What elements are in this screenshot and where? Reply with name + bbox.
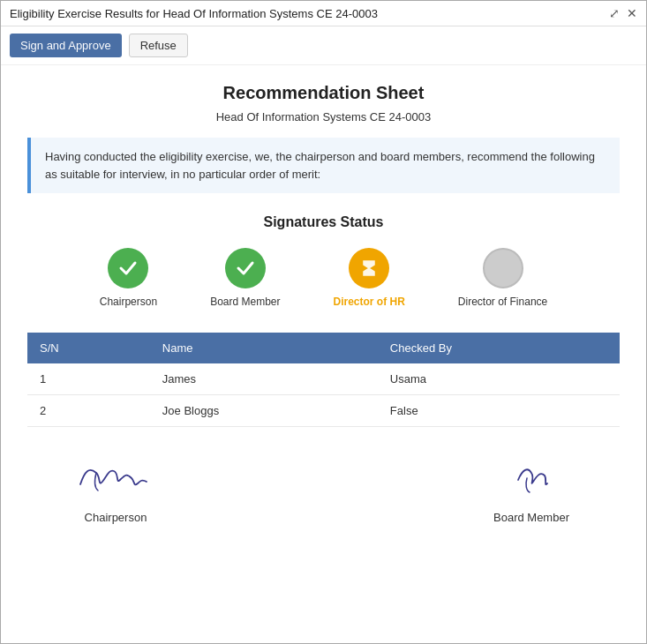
checkmark-icon bbox=[236, 258, 255, 278]
cell-sn: 2 bbox=[27, 395, 150, 427]
info-text: Having conducted the eligibility exercis… bbox=[45, 150, 595, 181]
cell-checked-by: Usama bbox=[378, 363, 620, 395]
cell-name: James bbox=[150, 363, 378, 395]
close-icon[interactable]: ✕ bbox=[627, 6, 637, 20]
sig-label-director-hr: Director of HR bbox=[334, 296, 405, 308]
table-body: 1 James Usama 2 Joe Bloggs False bbox=[27, 363, 620, 427]
board-member-signature-svg bbox=[478, 453, 584, 502]
col-sn: S/N bbox=[27, 333, 150, 363]
sig-label-board-member: Board Member bbox=[210, 296, 280, 308]
cell-sn: 1 bbox=[27, 363, 150, 395]
col-name: Name bbox=[150, 333, 378, 363]
main-content: Recommendation Sheet Head Of Information… bbox=[1, 65, 646, 542]
cell-checked-by: False bbox=[378, 395, 620, 427]
sig-circle-director-finance bbox=[483, 248, 523, 288]
board-member-label: Board Member bbox=[493, 511, 569, 524]
table-row: 1 James Usama bbox=[27, 363, 620, 395]
sig-item-chairperson: Chairperson bbox=[100, 248, 157, 308]
refuse-button[interactable]: Refuse bbox=[129, 34, 188, 57]
page-subtitle: Head Of Information Systems CE 24-0003 bbox=[27, 110, 620, 124]
chairperson-signature-svg bbox=[63, 453, 169, 502]
sig-circle-director-hr bbox=[349, 248, 389, 288]
sig-circle-board-member bbox=[225, 248, 266, 288]
signatures-section-title: Signatures Status bbox=[27, 214, 620, 230]
board-member-signature-image bbox=[478, 453, 584, 502]
table-row: 2 Joe Bloggs False bbox=[27, 395, 620, 427]
window-title: Eligibility Exercise Results for Head Of… bbox=[10, 7, 378, 20]
checkmark-icon bbox=[118, 258, 138, 278]
sig-item-board-member: Board Member bbox=[210, 248, 280, 308]
hourglass-icon bbox=[359, 258, 379, 278]
info-box: Having conducted the eligibility exercis… bbox=[27, 138, 620, 193]
sig-circle-chairperson bbox=[108, 248, 148, 288]
window-controls: ⤢ ✕ bbox=[609, 6, 637, 20]
signatures-area: Chairperson Board Member bbox=[27, 453, 620, 524]
chairperson-signature-image bbox=[63, 453, 169, 502]
expand-icon[interactable]: ⤢ bbox=[609, 6, 620, 20]
cell-name: Joe Bloggs bbox=[150, 395, 378, 427]
page-title: Recommendation Sheet bbox=[27, 83, 620, 103]
sig-item-director-finance: Director of Finance bbox=[458, 248, 547, 308]
sig-label-chairperson: Chairperson bbox=[100, 296, 157, 308]
candidates-table: S/N Name Checked By 1 James Usama 2 Joe … bbox=[27, 333, 620, 427]
sig-item-director-hr: Director of HR bbox=[334, 248, 405, 308]
toolbar: Sign and Approve Refuse bbox=[1, 26, 646, 65]
signature-status-row: Chairperson Board Member Director of HR … bbox=[27, 248, 620, 308]
chairperson-label: Chairperson bbox=[85, 511, 147, 524]
title-bar: Eligibility Exercise Results for Head Of… bbox=[1, 1, 646, 26]
sign-and-approve-button[interactable]: Sign and Approve bbox=[10, 34, 122, 57]
col-checked-by: Checked By bbox=[378, 333, 620, 363]
sig-label-director-finance: Director of Finance bbox=[458, 296, 547, 308]
signature-block-board-member: Board Member bbox=[478, 453, 584, 524]
signature-block-chairperson: Chairperson bbox=[63, 453, 169, 524]
table-header-row: S/N Name Checked By bbox=[27, 333, 620, 363]
table-header: S/N Name Checked By bbox=[27, 333, 620, 363]
